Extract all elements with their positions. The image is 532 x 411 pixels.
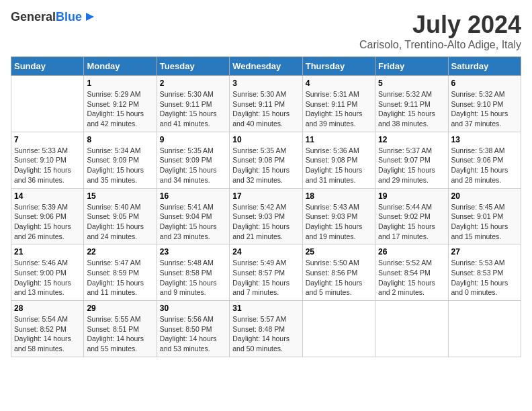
month-title: July 2024 (359, 11, 521, 39)
day-info: Sunrise: 5:30 AM Sunset: 9:11 PM Dayligh… (160, 89, 226, 129)
day-number: 8 (87, 135, 153, 144)
calendar-cell: 28Sunrise: 5:54 AM Sunset: 8:52 PM Dayli… (11, 301, 84, 357)
day-number: 25 (306, 247, 372, 257)
day-info: Sunrise: 5:35 AM Sunset: 9:09 PM Dayligh… (160, 146, 226, 185)
day-info: Sunrise: 5:50 AM Sunset: 8:56 PM Dayligh… (306, 258, 372, 298)
day-number: 22 (87, 247, 153, 257)
calendar-cell: 26Sunrise: 5:52 AM Sunset: 8:54 PM Dayli… (375, 244, 448, 301)
calendar-week-row: 7Sunrise: 5:33 AM Sunset: 9:10 PM Daylig… (11, 132, 521, 188)
day-info: Sunrise: 5:48 AM Sunset: 8:58 PM Dayligh… (160, 258, 226, 298)
calendar-table: SundayMondayTuesdayWednesdayThursdayFrid… (11, 56, 521, 357)
day-info: Sunrise: 5:39 AM Sunset: 9:06 PM Dayligh… (14, 202, 81, 242)
day-number: 1 (87, 79, 153, 88)
calendar-week-row: 1Sunrise: 5:29 AM Sunset: 9:12 PM Daylig… (11, 76, 521, 132)
day-number: 10 (232, 135, 299, 144)
header: GeneralBlue July 2024 Carisolo, Trentino… (11, 11, 521, 51)
day-info: Sunrise: 5:55 AM Sunset: 8:51 PM Dayligh… (87, 314, 153, 354)
day-number: 28 (14, 304, 81, 313)
calendar-cell: 4Sunrise: 5:31 AM Sunset: 9:11 PM Daylig… (302, 76, 375, 132)
calendar-cell: 29Sunrise: 5:55 AM Sunset: 8:51 PM Dayli… (84, 301, 157, 357)
day-info: Sunrise: 5:32 AM Sunset: 9:10 PM Dayligh… (451, 89, 518, 129)
day-info: Sunrise: 5:42 AM Sunset: 9:03 PM Dayligh… (232, 202, 299, 242)
day-number: 11 (306, 135, 372, 144)
calendar-cell (375, 301, 448, 357)
day-number: 26 (378, 247, 445, 257)
logo: GeneralBlue (11, 11, 97, 24)
title-area: July 2024 Carisolo, Trentino-Alto Adige,… (359, 11, 521, 51)
calendar-cell: 30Sunrise: 5:56 AM Sunset: 8:50 PM Dayli… (157, 301, 229, 357)
calendar-cell: 17Sunrise: 5:42 AM Sunset: 9:03 PM Dayli… (230, 188, 302, 244)
svg-marker-0 (86, 13, 94, 21)
day-number: 27 (451, 247, 518, 257)
day-number: 4 (306, 79, 372, 88)
calendar-cell: 31Sunrise: 5:57 AM Sunset: 8:48 PM Dayli… (230, 301, 302, 357)
day-number: 17 (232, 191, 299, 201)
calendar-cell: 6Sunrise: 5:32 AM Sunset: 9:10 PM Daylig… (448, 76, 521, 132)
day-info: Sunrise: 5:56 AM Sunset: 8:50 PM Dayligh… (160, 314, 226, 354)
day-number: 12 (378, 135, 445, 144)
calendar-cell: 24Sunrise: 5:49 AM Sunset: 8:57 PM Dayli… (230, 244, 302, 301)
day-info: Sunrise: 5:54 AM Sunset: 8:52 PM Dayligh… (14, 314, 81, 354)
day-info: Sunrise: 5:41 AM Sunset: 9:04 PM Dayligh… (160, 202, 226, 242)
calendar-cell: 14Sunrise: 5:39 AM Sunset: 9:06 PM Dayli… (11, 188, 84, 244)
calendar-cell: 19Sunrise: 5:44 AM Sunset: 9:02 PM Dayli… (375, 188, 448, 244)
day-number: 13 (451, 135, 518, 144)
day-info: Sunrise: 5:57 AM Sunset: 8:48 PM Dayligh… (232, 314, 299, 354)
day-number: 18 (306, 191, 372, 201)
day-info: Sunrise: 5:29 AM Sunset: 9:12 PM Dayligh… (87, 89, 153, 129)
calendar-cell: 16Sunrise: 5:41 AM Sunset: 9:04 PM Dayli… (157, 188, 229, 244)
day-number: 14 (14, 191, 81, 201)
calendar-cell: 20Sunrise: 5:45 AM Sunset: 9:01 PM Dayli… (448, 188, 521, 244)
day-number: 9 (160, 135, 226, 144)
day-number: 7 (14, 135, 81, 144)
day-number: 3 (232, 79, 299, 88)
calendar-cell: 12Sunrise: 5:37 AM Sunset: 9:07 PM Dayli… (375, 132, 448, 188)
calendar-cell: 27Sunrise: 5:53 AM Sunset: 8:53 PM Dayli… (448, 244, 521, 301)
calendar-cell: 18Sunrise: 5:43 AM Sunset: 9:03 PM Dayli… (302, 188, 375, 244)
day-info: Sunrise: 5:53 AM Sunset: 8:53 PM Dayligh… (451, 258, 518, 298)
day-of-week-header: Friday (375, 57, 448, 76)
calendar-cell: 5Sunrise: 5:32 AM Sunset: 9:11 PM Daylig… (375, 76, 448, 132)
day-of-week-header: Monday (84, 57, 157, 76)
calendar-cell: 2Sunrise: 5:30 AM Sunset: 9:11 PM Daylig… (157, 76, 229, 132)
day-number: 31 (232, 304, 299, 313)
day-number: 23 (160, 247, 226, 257)
day-number: 2 (160, 79, 226, 88)
day-info: Sunrise: 5:36 AM Sunset: 9:08 PM Dayligh… (306, 146, 372, 185)
day-number: 29 (87, 304, 153, 313)
calendar-cell: 15Sunrise: 5:40 AM Sunset: 9:05 PM Dayli… (84, 188, 157, 244)
calendar-cell: 22Sunrise: 5:47 AM Sunset: 8:59 PM Dayli… (84, 244, 157, 301)
calendar-cell: 10Sunrise: 5:35 AM Sunset: 9:08 PM Dayli… (230, 132, 302, 188)
day-number: 21 (14, 247, 81, 257)
day-number: 24 (232, 247, 299, 257)
calendar-cell (448, 301, 521, 357)
calendar-cell: 25Sunrise: 5:50 AM Sunset: 8:56 PM Dayli… (302, 244, 375, 301)
calendar-cell: 3Sunrise: 5:30 AM Sunset: 9:11 PM Daylig… (230, 76, 302, 132)
day-info: Sunrise: 5:33 AM Sunset: 9:10 PM Dayligh… (14, 146, 81, 185)
day-of-week-header: Wednesday (230, 57, 302, 76)
day-info: Sunrise: 5:47 AM Sunset: 8:59 PM Dayligh… (87, 258, 153, 298)
day-info: Sunrise: 5:38 AM Sunset: 9:06 PM Dayligh… (451, 146, 518, 185)
calendar-cell: 8Sunrise: 5:34 AM Sunset: 9:09 PM Daylig… (84, 132, 157, 188)
day-info: Sunrise: 5:30 AM Sunset: 9:11 PM Dayligh… (232, 89, 299, 129)
day-info: Sunrise: 5:44 AM Sunset: 9:02 PM Dayligh… (378, 202, 445, 242)
day-info: Sunrise: 5:45 AM Sunset: 9:01 PM Dayligh… (451, 202, 518, 242)
day-info: Sunrise: 5:32 AM Sunset: 9:11 PM Dayligh… (378, 89, 445, 129)
day-info: Sunrise: 5:46 AM Sunset: 9:00 PM Dayligh… (14, 258, 81, 298)
calendar-week-row: 28Sunrise: 5:54 AM Sunset: 8:52 PM Dayli… (11, 301, 521, 357)
calendar-cell: 9Sunrise: 5:35 AM Sunset: 9:09 PM Daylig… (157, 132, 229, 188)
day-number: 6 (451, 79, 518, 88)
calendar-week-row: 21Sunrise: 5:46 AM Sunset: 9:00 PM Dayli… (11, 244, 521, 301)
calendar-cell (302, 301, 375, 357)
day-number: 19 (378, 191, 445, 201)
day-info: Sunrise: 5:35 AM Sunset: 9:08 PM Dayligh… (232, 146, 299, 185)
day-info: Sunrise: 5:34 AM Sunset: 9:09 PM Dayligh… (87, 146, 153, 185)
day-of-week-header: Sunday (11, 57, 84, 76)
day-number: 15 (87, 191, 153, 201)
day-info: Sunrise: 5:37 AM Sunset: 9:07 PM Dayligh… (378, 146, 445, 185)
calendar-cell: 11Sunrise: 5:36 AM Sunset: 9:08 PM Dayli… (302, 132, 375, 188)
logo-text: GeneralBlue (11, 11, 82, 24)
day-of-week-header: Thursday (302, 57, 375, 76)
calendar-cell (11, 76, 84, 132)
day-of-week-header: Saturday (448, 57, 521, 76)
